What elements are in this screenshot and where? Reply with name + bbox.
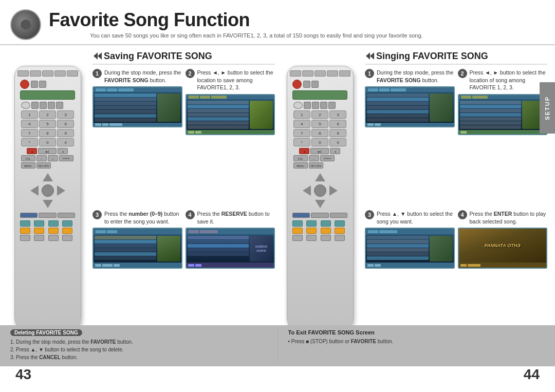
remote2-t2[interactable] (306, 220, 317, 227)
remote2-btn3[interactable] (314, 70, 326, 77)
remote2-num0[interactable]: 0 (311, 138, 328, 146)
remote-fav-song-btn2[interactable] (39, 213, 56, 218)
remote-num-5[interactable]: 5 (39, 120, 56, 128)
remote-dpad-up[interactable] (43, 173, 53, 181)
remote2-fav1[interactable] (292, 213, 310, 218)
remote-stop-btn[interactable]: ■ (27, 148, 37, 154)
remote2-e[interactable] (328, 102, 336, 109)
remote2-o4[interactable] (335, 228, 345, 234)
remote2-fav3[interactable] (330, 213, 347, 218)
remote2-dpad-up[interactable] (315, 173, 325, 181)
remote2-c[interactable] (312, 102, 319, 109)
remote2-stop[interactable]: ■ (299, 148, 309, 154)
remote2-return[interactable]: RETURN (309, 162, 323, 169)
remote2-hash[interactable]: # (329, 138, 346, 146)
remote-num-1[interactable]: 1 (21, 110, 38, 119)
remote-play-btn[interactable]: ▶‖ (38, 148, 57, 154)
remote-num-6[interactable]: 6 (57, 120, 74, 128)
remote-color-4[interactable] (62, 220, 72, 227)
remote-num-star[interactable]: * (21, 138, 38, 146)
remote-fav-song-btn[interactable] (20, 213, 38, 218)
remote-num-7[interactable]: 7 (21, 129, 38, 137)
remote-dpad-down[interactable] (43, 200, 53, 208)
remote-btn-stop[interactable] (30, 70, 41, 77)
remote-num-0[interactable]: 0 (39, 138, 56, 146)
remote2-a[interactable] (293, 102, 303, 109)
remote2-btn5[interactable] (339, 70, 350, 77)
remote2-btn2[interactable] (302, 70, 313, 77)
remote-vol-up[interactable]: + (48, 155, 58, 161)
remote-orange-1[interactable] (20, 228, 30, 234)
remote2-o1[interactable] (292, 228, 303, 234)
remote-subject-button[interactable] (31, 81, 38, 88)
remote-btn-a[interactable] (21, 102, 30, 109)
remote2-num3[interactable]: 3 (329, 110, 346, 119)
remote-btn-play[interactable] (17, 70, 29, 77)
remote2-num5[interactable]: 5 (311, 120, 328, 128)
remote2-color[interactable] (311, 81, 319, 88)
remote2-btn1[interactable] (290, 70, 301, 77)
remote-power-button[interactable] (20, 80, 29, 89)
remote2-num7[interactable]: 7 (293, 129, 310, 137)
remote2-g4[interactable] (335, 235, 345, 241)
remote-num-4[interactable]: 4 (21, 120, 38, 128)
remote2-fav2[interactable] (311, 213, 328, 218)
remote2-o2[interactable] (306, 228, 317, 234)
remote-num-9[interactable]: 9 (57, 129, 74, 137)
remote-btn-b[interactable] (31, 102, 39, 109)
remote2-dpad-enter[interactable] (314, 184, 326, 197)
remote-btn-aux[interactable] (42, 70, 53, 77)
remote2-btn4[interactable] (327, 70, 338, 77)
remote-dpad-left[interactable] (30, 185, 39, 196)
remote2-t4[interactable] (335, 220, 345, 227)
remote2-dpad-right[interactable] (329, 185, 338, 196)
remote2-t1[interactable] (292, 220, 303, 227)
remote-gray-1[interactable] (20, 235, 30, 241)
remote-num-2[interactable]: 2 (39, 110, 56, 119)
remote-menu-btn[interactable]: MENU (21, 162, 35, 169)
remote2-subj[interactable] (303, 81, 310, 88)
remote-dpad-enter[interactable] (42, 184, 54, 197)
remote2-num6[interactable]: 6 (329, 120, 346, 128)
remote2-d[interactable] (320, 102, 327, 109)
remote2-dpad-down[interactable] (315, 200, 325, 208)
remote2-power[interactable] (292, 80, 302, 89)
remote2-g3[interactable] (321, 235, 331, 241)
remote2-num9[interactable]: 9 (329, 129, 346, 137)
remote-color-3[interactable] (48, 220, 59, 227)
remote-color-2[interactable] (34, 220, 44, 227)
remote2-t3[interactable] (321, 220, 331, 227)
remote2-play[interactable]: ▶‖ (310, 148, 329, 154)
remote-off-btn[interactable] (58, 213, 75, 218)
remote-num-hash[interactable]: # (57, 138, 74, 146)
remote2-num1[interactable]: 1 (293, 110, 310, 119)
remote-dpad-right[interactable] (57, 185, 65, 196)
remote-orange-3[interactable] (48, 228, 59, 234)
remote-btn-e[interactable] (56, 102, 63, 109)
remote-color-1[interactable] (20, 220, 30, 227)
remote2-g2[interactable] (306, 235, 317, 241)
remote-btn-d[interactable] (48, 102, 55, 109)
remote2-g1[interactable] (292, 235, 303, 241)
remote-gray-2[interactable] (34, 235, 44, 241)
remote2-star[interactable]: * (293, 138, 310, 146)
remote-btn-c[interactable] (40, 102, 47, 109)
remote2-num4[interactable]: 4 (293, 120, 310, 128)
remote-btn-mode[interactable] (67, 70, 78, 77)
remote2-dpad-left[interactable] (303, 185, 311, 196)
remote2-num8[interactable]: 8 (311, 129, 328, 137)
remote2-o3[interactable] (321, 228, 331, 234)
remote2-vol-down[interactable]: – (309, 155, 319, 161)
remote-color-button[interactable] (39, 81, 46, 88)
remote-gray-3[interactable] (48, 235, 59, 241)
remote2-rec[interactable]: ● (330, 148, 340, 154)
remote-btn-color[interactable] (54, 70, 66, 77)
remote-rec-btn[interactable]: ● (58, 148, 68, 154)
remote-return-btn[interactable]: RETURN (36, 162, 51, 169)
remote-orange-4[interactable] (62, 228, 72, 234)
remote2-menu[interactable]: MENU (293, 162, 308, 169)
remote-num-3[interactable]: 3 (57, 110, 74, 119)
remote-orange-2[interactable] (34, 228, 44, 234)
remote-gray-4[interactable] (62, 235, 72, 241)
remote-num-8[interactable]: 8 (39, 129, 56, 137)
